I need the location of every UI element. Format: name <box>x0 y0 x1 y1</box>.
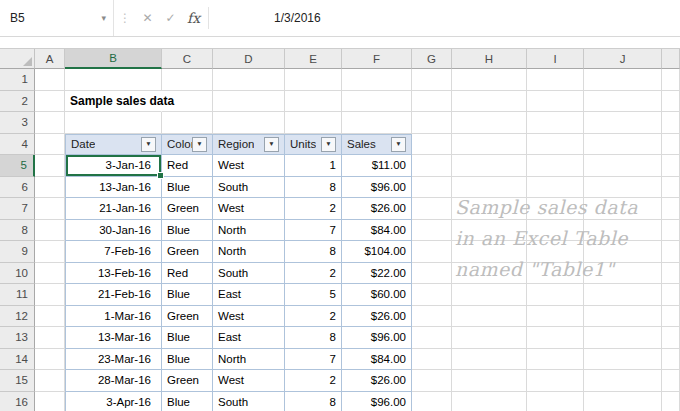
filter-dropdown-icon[interactable]: ▼ <box>141 137 156 152</box>
cell-H4[interactable] <box>452 134 527 156</box>
cancel-icon[interactable]: ✕ <box>136 0 159 36</box>
cell-D5[interactable]: West <box>213 155 285 177</box>
filter-dropdown-icon[interactable]: ▼ <box>391 137 406 152</box>
cell-F15[interactable]: $26.00 <box>342 370 412 392</box>
cell-D14[interactable]: North <box>213 349 285 371</box>
cell-J8[interactable] <box>584 220 662 242</box>
cell-A6[interactable] <box>35 177 65 199</box>
cell-E3[interactable] <box>285 112 342 134</box>
column-header-B[interactable]: B <box>65 49 162 69</box>
cell-J3[interactable] <box>584 112 662 134</box>
cell-A16[interactable] <box>35 392 65 411</box>
cell-G3[interactable] <box>412 112 452 134</box>
cell-G12[interactable] <box>412 306 452 328</box>
cell-A2[interactable] <box>35 91 65 113</box>
cell-B7[interactable]: 21-Jan-16 <box>65 198 162 220</box>
table-header-date[interactable]: Date▼ <box>65 134 162 156</box>
cell-G13[interactable] <box>412 327 452 349</box>
cell-A12[interactable] <box>35 306 65 328</box>
cell-H5[interactable] <box>452 155 527 177</box>
cell-D16[interactable]: South <box>213 392 285 411</box>
cell-C1[interactable] <box>162 69 213 91</box>
column-header-A[interactable]: A <box>35 49 65 69</box>
cell-J4[interactable] <box>584 134 662 156</box>
cell-F1[interactable] <box>342 69 412 91</box>
cell-I1[interactable] <box>527 69 584 91</box>
cell-G6[interactable] <box>412 177 452 199</box>
cell-filler[interactable] <box>662 284 680 306</box>
cell-filler[interactable] <box>662 220 680 242</box>
row-header-5[interactable]: 5 <box>0 155 35 177</box>
cell-E11[interactable]: 5 <box>285 284 342 306</box>
cell-D3[interactable] <box>213 112 285 134</box>
cell-H8[interactable] <box>452 220 527 242</box>
cell-B16[interactable]: 3-Apr-16 <box>65 392 162 411</box>
cell-D15[interactable]: West <box>213 370 285 392</box>
cell-I10[interactable] <box>527 263 584 285</box>
cell-B15[interactable]: 28-Mar-16 <box>65 370 162 392</box>
cell-G2[interactable] <box>412 91 452 113</box>
cell-filler[interactable] <box>662 370 680 392</box>
cell-H3[interactable] <box>452 112 527 134</box>
cell-B9[interactable]: 7-Feb-16 <box>65 241 162 263</box>
table-header-sales[interactable]: Sales▼ <box>342 134 412 156</box>
cell-F5[interactable]: $11.00 <box>342 155 412 177</box>
cell-F12[interactable]: $26.00 <box>342 306 412 328</box>
cell-J9[interactable] <box>584 241 662 263</box>
cell-I3[interactable] <box>527 112 584 134</box>
column-header-I[interactable]: I <box>527 49 584 69</box>
cell-I5[interactable] <box>527 155 584 177</box>
cell-J12[interactable] <box>584 306 662 328</box>
cell-filler[interactable] <box>662 198 680 220</box>
cell-I13[interactable] <box>527 327 584 349</box>
name-box-dropdown-icon[interactable]: ▾ <box>98 13 109 23</box>
cell-filler[interactable] <box>662 134 680 156</box>
cell-C7[interactable]: Green <box>162 198 213 220</box>
filter-dropdown-icon[interactable]: ▼ <box>321 137 336 152</box>
cell-E6[interactable]: 8 <box>285 177 342 199</box>
cell-I6[interactable] <box>527 177 584 199</box>
cell-J2[interactable] <box>584 91 662 113</box>
cell-E15[interactable]: 2 <box>285 370 342 392</box>
cell-F7[interactable]: $26.00 <box>342 198 412 220</box>
cell-C14[interactable]: Blue <box>162 349 213 371</box>
cell-A9[interactable] <box>35 241 65 263</box>
cell-F9[interactable]: $104.00 <box>342 241 412 263</box>
cell-D12[interactable]: West <box>213 306 285 328</box>
cell-E13[interactable]: 8 <box>285 327 342 349</box>
cell-J7[interactable] <box>584 198 662 220</box>
column-header-E[interactable]: E <box>285 49 342 69</box>
cell-J15[interactable] <box>584 370 662 392</box>
cell-H9[interactable] <box>452 241 527 263</box>
cell-filler[interactable] <box>662 349 680 371</box>
cell-C11[interactable]: Blue <box>162 284 213 306</box>
table-header-region[interactable]: Region▼ <box>213 134 285 156</box>
cell-filler[interactable] <box>662 155 680 177</box>
cell-A4[interactable] <box>35 134 65 156</box>
column-header-J[interactable]: J <box>584 49 662 69</box>
cell-J10[interactable] <box>584 263 662 285</box>
row-header-6[interactable]: 6 <box>0 177 35 199</box>
row-header-2[interactable]: 2 <box>0 91 35 113</box>
cell-A1[interactable] <box>35 69 65 91</box>
cell-filler[interactable] <box>662 241 680 263</box>
cell-H11[interactable] <box>452 284 527 306</box>
cell-E12[interactable]: 2 <box>285 306 342 328</box>
cell-E14[interactable]: 7 <box>285 349 342 371</box>
cell-filler[interactable] <box>662 306 680 328</box>
cell-E2[interactable] <box>285 91 342 113</box>
cell-B11[interactable]: 21-Feb-16 <box>65 284 162 306</box>
cell-F13[interactable]: $96.00 <box>342 327 412 349</box>
cell-D2[interactable] <box>213 91 285 113</box>
cell-G10[interactable] <box>412 263 452 285</box>
cell-D6[interactable]: South <box>213 177 285 199</box>
cell-I4[interactable] <box>527 134 584 156</box>
row-header-13[interactable]: 13 <box>0 327 35 349</box>
cell-filler[interactable] <box>662 112 680 134</box>
cell-filler[interactable] <box>662 91 680 113</box>
cell-D10[interactable]: South <box>213 263 285 285</box>
formula-bar-resize-handle[interactable]: ⋮ <box>114 0 136 36</box>
cell-H12[interactable] <box>452 306 527 328</box>
table-header-color[interactable]: Color▼ <box>162 134 213 156</box>
cell-F10[interactable]: $22.00 <box>342 263 412 285</box>
